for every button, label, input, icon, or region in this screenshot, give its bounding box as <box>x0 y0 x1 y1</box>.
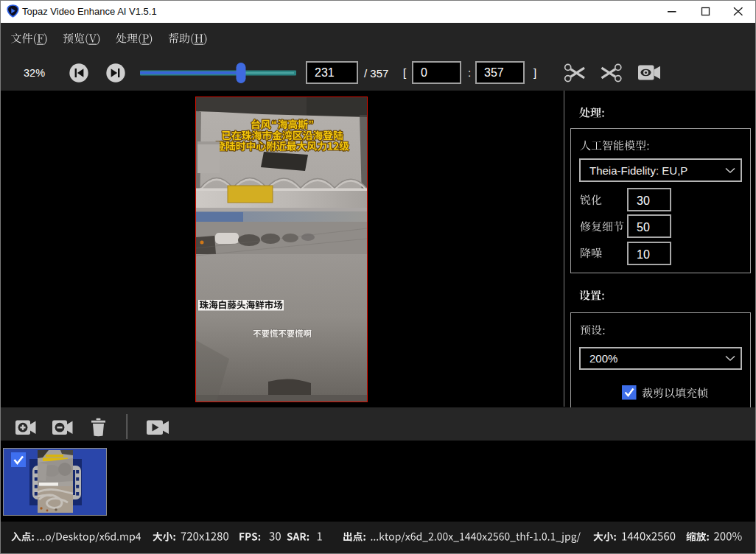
svg-text:10: 10 <box>637 248 650 261</box>
svg-text:200%: 200% <box>589 352 617 365</box>
svg-text:50: 50 <box>637 221 650 234</box>
svg-text:Theia-Fidelity: EU,P: Theia-Fidelity: EU,P <box>589 164 687 177</box>
svg-text:30: 30 <box>637 194 650 207</box>
